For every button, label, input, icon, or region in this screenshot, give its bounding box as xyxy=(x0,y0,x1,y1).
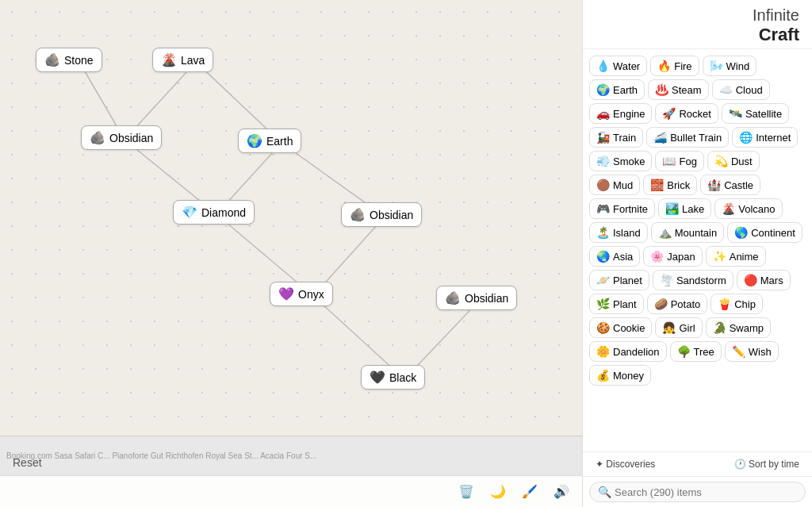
node-icon: 🖤 xyxy=(370,370,385,385)
delete-button[interactable]: 🗑️ xyxy=(455,481,477,502)
element-item[interactable]: ✨Anime xyxy=(706,246,766,267)
craft-node-black[interactable]: 🖤Black xyxy=(361,365,425,390)
canvas-toolbar: Reset 🗑️ 🌙 🖌️ 🔊 xyxy=(0,475,582,507)
element-icon: 🚄 xyxy=(653,131,667,144)
search-box[interactable]: 🔍 xyxy=(589,482,806,502)
element-item[interactable]: 🎮Fortnite xyxy=(589,198,655,219)
element-icon: 🏝️ xyxy=(596,226,610,239)
craft-node-obsidian2[interactable]: 🪨Obsidian xyxy=(341,202,422,227)
craft-node-earth[interactable]: 🌍Earth xyxy=(238,129,301,153)
element-item[interactable]: 🏝️Island xyxy=(589,222,648,243)
sort-button[interactable]: 🕐 Sort by time xyxy=(728,455,806,473)
element-icon: ✨ xyxy=(713,250,726,263)
element-item[interactable]: 🧱Brick xyxy=(643,175,697,195)
element-item[interactable]: 🌪️Sandstorm xyxy=(653,270,733,290)
element-label: Anime xyxy=(730,251,759,263)
element-label: Smoke xyxy=(613,156,645,167)
element-item[interactable]: 🪐Planet xyxy=(589,270,649,290)
element-icon: 📖 xyxy=(662,155,676,167)
element-item[interactable]: 🍪Cookie xyxy=(589,317,652,338)
element-label: Steam xyxy=(672,84,702,96)
element-icon: 🌋 xyxy=(722,202,735,215)
element-label: Lake xyxy=(682,203,704,215)
element-item[interactable]: 💧Water xyxy=(589,56,647,76)
craft-node-diamond[interactable]: 💎Diamond xyxy=(173,200,255,225)
element-icon: 🥔 xyxy=(654,298,668,310)
element-item[interactable]: 🌋Volcano xyxy=(714,198,782,219)
sidebar-footer-top: ✦ Discoveries 🕐 Sort by time xyxy=(583,451,812,476)
element-item[interactable]: 🐊Swamp xyxy=(706,317,771,338)
element-item[interactable]: 🚄Bullet Train xyxy=(646,127,729,148)
node-label: Stone xyxy=(64,54,94,67)
discoveries-button[interactable]: ✦ Discoveries xyxy=(589,455,661,473)
element-item[interactable]: 🌿Plant xyxy=(589,294,644,314)
element-item[interactable]: 🟤Mud xyxy=(589,175,640,195)
node-icon: 🪨 xyxy=(90,130,105,145)
element-icon: 🍟 xyxy=(718,298,731,310)
element-icon: 💫 xyxy=(714,155,728,167)
node-label: Lava xyxy=(181,54,205,67)
element-item[interactable]: 🌸Japan xyxy=(643,246,702,267)
element-label: Fog xyxy=(679,156,696,167)
element-item[interactable]: 🚂Train xyxy=(589,127,643,148)
node-icon: 🪨 xyxy=(445,290,461,305)
element-item[interactable]: 📖Fog xyxy=(655,151,703,171)
sound-button[interactable]: 🔊 xyxy=(550,481,573,502)
element-label: Plant xyxy=(613,298,637,310)
element-item[interactable]: 💨Smoke xyxy=(589,151,652,171)
element-icon: 🌬️ xyxy=(710,60,723,72)
node-icon: 🪨 xyxy=(44,52,60,67)
brush-button[interactable]: 🖌️ xyxy=(519,481,541,502)
element-item[interactable]: 🌬️Wind xyxy=(703,56,757,76)
element-item[interactable]: 🥔Potato xyxy=(647,294,708,314)
element-label: Engine xyxy=(613,108,645,120)
element-icon: 🌿 xyxy=(596,298,610,310)
dark-mode-button[interactable]: 🌙 xyxy=(487,481,509,502)
element-item[interactable]: ☁️Cloud xyxy=(712,79,770,100)
element-icon: ♨️ xyxy=(655,83,668,96)
element-icon: 🔥 xyxy=(657,60,671,72)
element-item[interactable]: 🏞️Lake xyxy=(658,198,711,219)
element-icon: 🏞️ xyxy=(665,202,679,215)
elements-list[interactable]: 💧Water🔥Fire🌬️Wind🌍Earth♨️Steam☁️Cloud🚗En… xyxy=(583,49,812,451)
element-label: Mars xyxy=(760,275,783,286)
element-item[interactable]: ♨️Steam xyxy=(648,79,709,100)
element-item[interactable]: 💰Money xyxy=(589,365,651,386)
element-item[interactable]: 🚀Rocket xyxy=(655,103,718,124)
element-item[interactable]: 🚗Engine xyxy=(589,103,652,124)
element-icon: 🚗 xyxy=(596,107,610,120)
element-icon: 🌳 xyxy=(677,345,691,358)
element-item[interactable]: ⛰️Mountain xyxy=(651,222,724,243)
element-item[interactable]: 🔴Mars xyxy=(737,270,791,290)
reset-button[interactable]: Reset xyxy=(13,456,42,469)
element-item[interactable]: 🌍Earth xyxy=(589,79,645,100)
element-item[interactable]: ✏️Wish xyxy=(725,341,779,362)
element-item[interactable]: 🌼Dandelion xyxy=(589,341,667,362)
element-item[interactable]: 🌳Tree xyxy=(670,341,722,362)
element-icon: 🌸 xyxy=(650,250,664,263)
element-item[interactable]: 🌐Internet xyxy=(732,127,798,148)
element-item[interactable]: 👧Girl xyxy=(655,317,702,338)
craft-canvas[interactable]: 🪨Stone🌋Lava🪨Obsidian🌍Earth💎Diamond🪨Obsid… xyxy=(0,0,582,507)
element-item[interactable]: 🔥Fire xyxy=(650,56,699,76)
element-item[interactable]: 🏰Castle xyxy=(700,175,760,195)
craft-node-stone[interactable]: 🪨Stone xyxy=(36,48,102,72)
element-item[interactable]: 💫Dust xyxy=(707,151,760,171)
craft-node-onyx[interactable]: 💜Onyx xyxy=(270,282,333,306)
node-label: Onyx xyxy=(298,288,324,301)
element-label: Continent xyxy=(751,227,795,239)
craft-node-obsidian1[interactable]: 🪨Obsidian xyxy=(81,125,162,150)
element-item[interactable]: 🍟Chip xyxy=(710,294,763,314)
element-label: Bullet Train xyxy=(670,132,722,144)
craft-node-obsidian3[interactable]: 🪨Obsidian xyxy=(436,286,517,310)
element-item[interactable]: 🌎Continent xyxy=(727,222,802,243)
element-item[interactable]: 🛰️Satellite xyxy=(722,103,789,124)
element-icon: ☁️ xyxy=(719,83,733,96)
element-icon: 🌍 xyxy=(596,83,610,96)
element-item[interactable]: 🌏Asia xyxy=(589,246,640,267)
sidebar: Infinite Craft 💧Water🔥Fire🌬️Wind🌍Earth♨️… xyxy=(582,0,812,507)
search-input[interactable] xyxy=(615,486,797,498)
craft-node-lava[interactable]: 🌋Lava xyxy=(152,48,213,72)
element-icon: 🚀 xyxy=(662,107,676,120)
element-label: Dandelion xyxy=(613,346,660,358)
